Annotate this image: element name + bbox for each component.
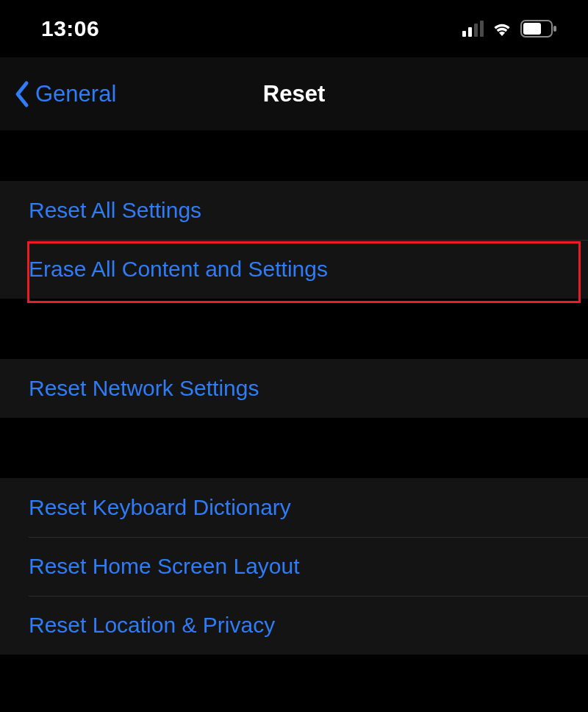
erase-all-content-row[interactable]: Erase All Content and Settings (0, 240, 588, 299)
row-label: Erase All Content and Settings (29, 257, 328, 282)
settings-group-1: Reset All Settings Erase All Content and… (0, 181, 588, 299)
reset-all-settings-row[interactable]: Reset All Settings (0, 181, 588, 240)
spacer (0, 131, 588, 181)
svg-rect-1 (523, 23, 541, 35)
status-icons (462, 20, 557, 38)
reset-home-screen-layout-row[interactable]: Reset Home Screen Layout (0, 537, 588, 596)
settings-group-2: Reset Network Settings (0, 359, 588, 418)
status-bar: 13:06 (0, 0, 588, 57)
navigation-bar: General Reset (0, 57, 588, 131)
wifi-icon (491, 21, 513, 37)
reset-network-settings-row[interactable]: Reset Network Settings (0, 359, 588, 418)
row-label: Reset All Settings (29, 198, 201, 223)
svg-rect-2 (553, 26, 556, 32)
row-label: Reset Location & Privacy (29, 613, 275, 638)
chevron-left-icon (13, 80, 31, 108)
row-label: Reset Keyboard Dictionary (29, 495, 291, 520)
cellular-signal-icon (462, 21, 484, 37)
reset-location-privacy-row[interactable]: Reset Location & Privacy (0, 596, 588, 655)
status-time: 13:06 (41, 16, 99, 41)
row-label: Reset Home Screen Layout (29, 554, 300, 579)
back-button[interactable]: General (13, 57, 116, 130)
reset-keyboard-dictionary-row[interactable]: Reset Keyboard Dictionary (0, 478, 588, 537)
spacer (0, 299, 588, 359)
back-label: General (35, 81, 116, 107)
row-label: Reset Network Settings (29, 376, 259, 401)
battery-icon (520, 20, 557, 38)
spacer (0, 418, 588, 478)
settings-group-3: Reset Keyboard Dictionary Reset Home Scr… (0, 478, 588, 655)
